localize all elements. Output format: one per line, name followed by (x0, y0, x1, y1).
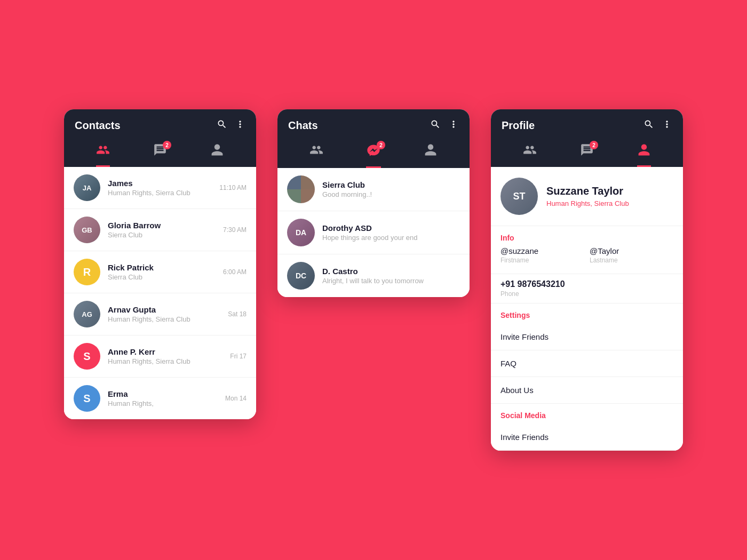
chats-tab-chat[interactable]: 2 (366, 143, 381, 168)
contact-gloria-name: Gloria Barrow (108, 221, 219, 230)
chat-sierra-msg: Good morning..! (322, 190, 460, 198)
profile-title: Profile (502, 119, 535, 132)
profile-phone-value: +91 9876543210 (500, 279, 673, 289)
group-icon (96, 143, 110, 160)
profile-lastname-block: @Taylor Lastname (590, 246, 673, 268)
contact-gloria[interactable]: GB Gloria Barrow Sierra Club 7:30 AM (64, 209, 256, 251)
chats-list: Sierra Club Good morning..! DA Dorothy A… (277, 168, 470, 297)
chats-more-icon[interactable] (448, 119, 459, 132)
contact-james[interactable]: JA James Human Rights, Sierra Club 11:10… (64, 167, 256, 209)
contact-anne-info: Anne P. Kerr Human Rights, Sierra Club (108, 347, 226, 365)
contacts-header-icons (217, 119, 245, 132)
profile-user-avatar: ST (500, 178, 538, 215)
contacts-tab-group[interactable] (96, 143, 110, 167)
chat-avatar-castro: DC (287, 262, 315, 290)
person-icon-profile (637, 143, 651, 160)
contact-anne-name: Anne P. Kerr (108, 347, 226, 356)
chats-search-icon[interactable] (430, 119, 441, 132)
chat-castro-name: D. Castro (322, 267, 460, 276)
chats-title: Chats (288, 119, 318, 132)
contact-anne-time: Fri 17 (230, 353, 247, 360)
chat-dorothy-info: Dorothy ASD Hope things are good your en… (322, 223, 460, 242)
avatar-erma: S (74, 385, 100, 412)
profile-info-label: Info (491, 226, 683, 246)
profile-screen: Profile (491, 109, 683, 451)
contact-erma-name: Erma (108, 389, 221, 398)
profile-body: ST Suzzane Taylor Human Rights, Sierra C… (491, 167, 683, 451)
profile-tab-chat[interactable]: 2 (580, 143, 594, 167)
chat-dorothy[interactable]: DA Dorothy ASD Hope things are good your… (277, 211, 470, 254)
contact-erma[interactable]: S Erma Human Rights, Mon 14 (64, 378, 256, 419)
contact-arnav-info: Arnav Gupta Human Rights, Sierra Club (108, 305, 224, 323)
profile-more-icon[interactable] (662, 119, 672, 132)
contacts-title: Contacts (75, 119, 121, 132)
contact-rick-info: Rick Patrick Sierra Club (108, 263, 219, 281)
contact-james-info: James Human Rights, Sierra Club (108, 179, 215, 197)
profile-search-icon[interactable] (643, 119, 654, 132)
chat-sierra-info: Sierra Club Good morning..! (322, 180, 460, 198)
contact-gloria-time: 7:30 AM (223, 226, 247, 234)
chat-avatar-sierra (287, 175, 315, 203)
contact-erma-time: Mon 14 (225, 395, 247, 402)
profile-social-label: Social Media (491, 404, 683, 424)
chat-castro-msg: Alright, I will talk to you tomorrow (322, 277, 460, 285)
contacts-screen: Contacts (64, 109, 256, 419)
profile-info-grid: @suzzane Firstname @Taylor Lastname (491, 246, 683, 274)
group-icon-chats (309, 143, 323, 160)
contact-arnav-sub: Human Rights, Sierra Club (108, 315, 224, 323)
chats-header-icons (430, 119, 459, 132)
chat-castro[interactable]: DC D. Castro Alright, I will talk to you… (277, 254, 470, 297)
contacts-tab-chat[interactable]: 2 (153, 143, 167, 167)
contacts-list: JA James Human Rights, Sierra Club 11:10… (64, 167, 256, 419)
profile-firstname-block: @suzzane Firstname (500, 246, 584, 268)
contact-rick-time: 6:00 AM (223, 268, 247, 276)
profile-tab-group[interactable] (523, 143, 537, 167)
avatar-gloria: GB (74, 217, 100, 243)
chat-sierra-name: Sierra Club (322, 180, 460, 189)
group-icon-profile (523, 143, 537, 160)
contact-james-time: 11:10 AM (219, 184, 247, 191)
chat-castro-info: D. Castro Alright, I will talk to you to… (322, 267, 460, 285)
contact-james-name: James (108, 179, 215, 188)
settings-faq[interactable]: FAQ (491, 350, 683, 377)
chat-avatar-dorothy: DA (287, 219, 315, 246)
contacts-more-icon[interactable] (235, 119, 245, 132)
profile-phone-row: +91 9876543210 Phone (491, 274, 683, 303)
chats-tab-group[interactable] (309, 143, 323, 168)
avatar-james: JA (74, 174, 100, 201)
profile-user-text: Suzzane Taylor Human Rights, Sierra Club (546, 185, 629, 207)
chat-icon-profile: 2 (580, 143, 594, 160)
contact-rick-name: Rick Patrick (108, 263, 219, 272)
contacts-tab-profile[interactable] (210, 143, 224, 167)
settings-about-us[interactable]: About Us (491, 377, 683, 404)
contact-rick[interactable]: R Rick Patrick Sierra Club 6:00 AM (64, 251, 256, 293)
social-invite-friends[interactable]: Invite Friends (491, 424, 683, 451)
chat-badge-chats: 2 (377, 141, 385, 149)
person-icon (210, 143, 224, 160)
settings-invite-friends[interactable]: Invite Friends (491, 324, 683, 350)
contact-anne-sub: Human Rights, Sierra Club (108, 357, 226, 365)
profile-user-name: Suzzane Taylor (546, 185, 629, 197)
contact-arnav-time: Sat 18 (228, 310, 247, 318)
chats-tab-bar: 2 (288, 139, 459, 168)
person-icon-chats (424, 143, 438, 160)
profile-user-section: ST Suzzane Taylor Human Rights, Sierra C… (491, 167, 683, 226)
profile-lastname-label: Lastname (590, 257, 673, 264)
contacts-search-icon[interactable] (217, 119, 227, 132)
contact-gloria-sub: Sierra Club (108, 231, 219, 239)
avatar-rick: R (74, 259, 100, 285)
contacts-tab-bar: 2 (75, 139, 245, 167)
profile-tab-profile[interactable] (637, 143, 651, 167)
chats-tab-profile[interactable] (424, 143, 438, 168)
chats-screen: Chats (277, 109, 470, 297)
profile-lastname-value: @Taylor (590, 246, 673, 255)
contact-anne[interactable]: S Anne P. Kerr Human Rights, Sierra Club… (64, 335, 256, 378)
profile-header-icons (643, 119, 672, 132)
contact-arnav[interactable]: AG Arnav Gupta Human Rights, Sierra Club… (64, 293, 256, 335)
contact-gloria-info: Gloria Barrow Sierra Club (108, 221, 219, 239)
chat-sierra-club[interactable]: Sierra Club Good morning..! (277, 168, 470, 211)
chat-icon-chats: 2 (366, 143, 381, 161)
avatar-anne: S (74, 343, 100, 370)
contact-rick-sub: Sierra Club (108, 273, 219, 281)
contact-james-sub: Human Rights, Sierra Club (108, 189, 215, 197)
